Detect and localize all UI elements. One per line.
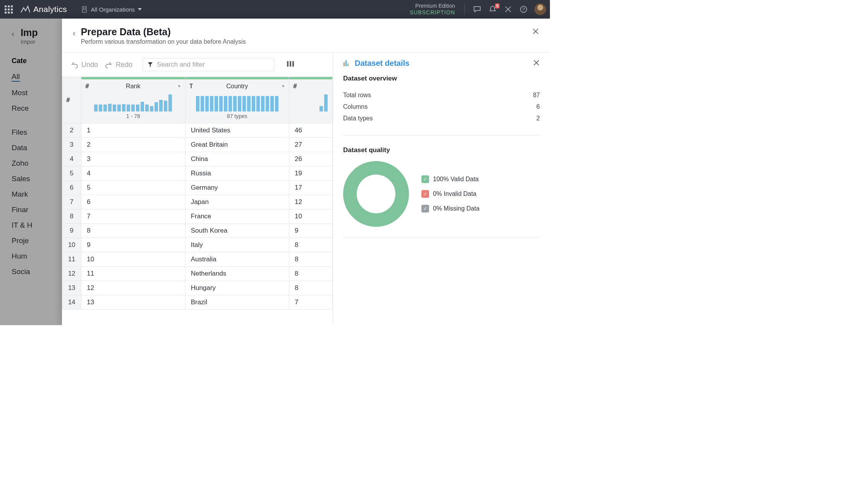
country-cell: Netherlands [185, 267, 289, 281]
undo-icon [70, 61, 78, 69]
row-number: 8 [62, 209, 81, 224]
table-row[interactable]: 32Great Britain27 [62, 138, 333, 152]
row-number: 13 [62, 281, 81, 295]
svg-rect-2 [85, 8, 86, 9]
table-row[interactable]: 21United States46 [62, 123, 333, 138]
country-cell: Great Britain [185, 138, 289, 152]
value-cell: 26 [289, 152, 333, 166]
data-types-value: 2 [536, 115, 540, 122]
row-number: 14 [62, 295, 81, 310]
org-selector[interactable]: All Organizations [81, 5, 142, 13]
modal-back-button[interactable]: ‹ [73, 29, 76, 38]
columns-label: Columns [343, 103, 368, 110]
rank-cell: 6 [81, 195, 185, 209]
columns-row: Columns 6 [343, 101, 540, 113]
rank-type-icon: # [85, 82, 89, 90]
table-row[interactable]: 54Russia19 [62, 166, 333, 181]
quality-donut-chart [343, 161, 409, 227]
table-row[interactable]: 76Japan12 [62, 195, 333, 209]
legend-valid: ✓ 100% Valid Data [421, 175, 479, 183]
row-number: 3 [62, 138, 81, 152]
search-filter-box[interactable] [143, 58, 274, 71]
row-number: 2 [62, 123, 81, 138]
country-cell: Australia [185, 252, 289, 267]
row-number: 12 [62, 267, 81, 281]
app-logo[interactable]: Analytics [20, 5, 67, 14]
data-types-row: Data types 2 [343, 113, 540, 124]
redo-button[interactable]: Redo [105, 61, 132, 69]
chevron-down-icon[interactable]: ▼ [281, 84, 285, 88]
edition-bottom: SUBSCRIPTION [410, 9, 455, 16]
svg-rect-12 [347, 63, 349, 66]
rank-cell: 10 [81, 252, 185, 267]
redo-icon [105, 61, 113, 69]
table-row[interactable]: 98South Korea9 [62, 224, 333, 238]
chevron-down-icon [138, 8, 142, 10]
column-settings-button[interactable] [287, 61, 294, 69]
rank-cell: 8 [81, 224, 185, 238]
filter-icon [148, 62, 153, 67]
rank-cell: 7 [81, 209, 185, 224]
svg-rect-0 [82, 7, 86, 12]
country-cell: Russia [185, 166, 289, 181]
country-cell: Italy [185, 238, 289, 252]
user-avatar[interactable] [534, 3, 546, 15]
rank-cell: 12 [81, 281, 185, 295]
undo-button[interactable]: Undo [70, 61, 98, 69]
value-cell: 8 [289, 281, 333, 295]
rank-column-header[interactable]: # Rank ▼ 1 - 78 [81, 77, 185, 123]
country-histogram: 87 types [186, 93, 289, 123]
country-column-header[interactable]: T Country ▼ 87 types [185, 77, 289, 123]
svg-rect-1 [83, 8, 84, 9]
row-number: 10 [62, 238, 81, 252]
notifications-icon[interactable]: 5 [488, 5, 497, 14]
table-row[interactable]: 1211Netherlands8 [62, 267, 333, 281]
edition-info[interactable]: Premium Edition SUBSCRIPTION [410, 3, 455, 16]
data-table: # # Rank ▼ [62, 77, 333, 310]
table-row[interactable]: 1413Brazil7 [62, 295, 333, 310]
modal-title: Prepare Data (Beta) [81, 26, 246, 38]
rownum-header[interactable]: # [62, 77, 81, 123]
table-row[interactable]: 87France10 [62, 209, 333, 224]
data-types-label: Data types [343, 115, 373, 122]
dataset-details-pane: Dataset details Dataset overview Total r… [333, 53, 550, 325]
divider [464, 4, 465, 15]
value-column-header[interactable]: # [289, 77, 333, 123]
columns-icon [287, 61, 294, 67]
details-close-button[interactable] [533, 59, 540, 68]
prepare-data-modal: ‹ Prepare Data (Beta) Perform various tr… [62, 19, 550, 325]
value-cell: 9 [289, 224, 333, 238]
modal-close-button[interactable] [532, 28, 539, 37]
tools-icon[interactable] [503, 5, 513, 14]
search-input[interactable] [157, 61, 269, 69]
value-cell: 8 [289, 238, 333, 252]
check-icon: ✓ [421, 190, 429, 198]
rank-cell: 2 [81, 138, 185, 152]
org-label: All Organizations [91, 6, 135, 13]
row-number: 9 [62, 224, 81, 238]
country-type-icon: T [189, 82, 193, 90]
quality-legend: ✓ 100% Valid Data ✓ 0% Invalid Data ✓ 0%… [421, 175, 479, 213]
svg-rect-7 [287, 61, 289, 67]
svg-rect-4 [85, 9, 86, 10]
legend-invalid: ✓ 0% Invalid Data [421, 190, 479, 198]
chevron-down-icon[interactable]: ▼ [177, 84, 181, 88]
divider [343, 135, 540, 135]
overview-header: Dataset overview [343, 75, 540, 82]
table-row[interactable]: 43China26 [62, 152, 333, 166]
chat-icon[interactable] [472, 5, 482, 14]
row-number: 6 [62, 181, 81, 195]
row-number: 4 [62, 152, 81, 166]
table-row[interactable]: 1110Australia8 [62, 252, 333, 267]
details-title: Dataset details [355, 59, 409, 68]
table-row[interactable]: 109Italy8 [62, 238, 333, 252]
app-launcher-icon[interactable] [4, 5, 13, 14]
rownum-header-label: # [66, 96, 70, 104]
table-row[interactable]: 1312Hungary8 [62, 281, 333, 295]
modal-subtitle: Perform various transformation on your d… [81, 38, 246, 45]
rank-caption: 1 - 78 [86, 111, 180, 122]
table-row[interactable]: 65Germany17 [62, 181, 333, 195]
country-label: Country [196, 83, 278, 90]
help-icon[interactable]: ? [519, 5, 528, 14]
analytics-logo-icon [20, 5, 30, 13]
